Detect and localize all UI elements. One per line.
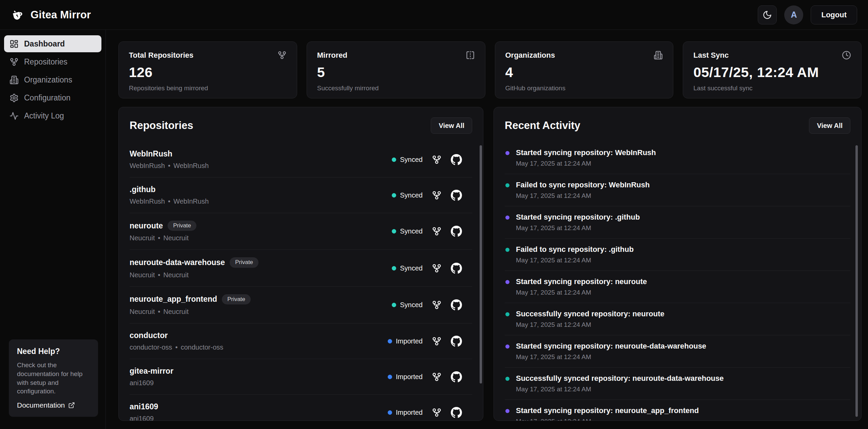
building-icon [9, 75, 19, 85]
git-fork-icon[interactable] [432, 336, 442, 346]
github-icon[interactable] [451, 263, 462, 274]
activity-view-all-button[interactable]: View All [809, 117, 850, 134]
activity-scrollbar[interactable] [855, 145, 858, 417]
gitea-logo-icon [11, 8, 25, 22]
repo-status: Imported [388, 337, 423, 345]
activity-panel-title: Recent Activity [505, 119, 580, 132]
logout-button[interactable]: Logout [811, 5, 857, 24]
activity-status-dot [505, 248, 509, 252]
sidebar: Dashboard Repositories Organizations Con… [0, 30, 106, 429]
stat-value: 126 [129, 64, 287, 80]
activity-timestamp: May 17, 2025 at 12:24 AM [516, 257, 634, 264]
repo-status: Imported [388, 409, 423, 416]
github-icon[interactable] [451, 226, 462, 237]
repo-org: Neucruit [163, 271, 189, 279]
repo-status: Synced [392, 227, 423, 235]
repo-row-neuroute-data-warehouse: neuroute-data-warehouse Private Neucruit… [130, 250, 472, 286]
git-fork-icon[interactable] [432, 226, 442, 236]
repo-name: conductor [130, 331, 168, 340]
repo-owner: Neucruit [130, 234, 155, 242]
github-icon[interactable] [451, 336, 462, 347]
avatar[interactable]: A [784, 5, 803, 24]
activity-message: Successfully synced repository: neuroute [516, 310, 664, 318]
theme-toggle-button[interactable] [758, 5, 777, 24]
repo-status: Synced [392, 156, 423, 164]
status-dot [392, 266, 396, 271]
repositories-panel-title: Repositories [130, 119, 193, 132]
repo-row-webinrush: WebInRush WebInRush • WebInRush Synced [130, 142, 472, 178]
private-badge: Private [222, 294, 251, 304]
dashboard-icon [9, 39, 19, 49]
activity-item: Successfully synced repository: neuroute… [505, 303, 850, 335]
activity-item: Started syncing repository: WebInRush Ma… [505, 142, 850, 174]
activity-status-dot [505, 377, 509, 381]
git-fork-icon[interactable] [432, 300, 442, 310]
repo-owner: ani1609 [130, 415, 154, 421]
repositories-view-all-button[interactable]: View All [431, 117, 472, 134]
activity-list: Started syncing repository: WebInRush Ma… [505, 142, 850, 421]
git-fork-icon[interactable] [432, 263, 442, 273]
github-icon[interactable] [451, 407, 462, 418]
brand: Gitea Mirror [11, 8, 91, 22]
git-fork-icon[interactable] [432, 190, 442, 200]
stat-title: Last Sync [693, 51, 729, 60]
activity-item: Started syncing repository: neuroute May… [505, 271, 850, 303]
sidebar-item-dashboard[interactable]: Dashboard [4, 35, 101, 52]
repo-name: gitea-mirror [130, 367, 173, 376]
stat-card-last-sync: Last Sync 05/17/25, 12:24 AM Last succes… [683, 41, 862, 98]
github-icon[interactable] [451, 299, 462, 311]
owner-separator: • [175, 343, 178, 351]
status-label: Synced [400, 156, 423, 164]
github-icon[interactable] [451, 154, 462, 165]
stat-value: 5 [317, 64, 475, 80]
repo-name: .github [130, 185, 156, 194]
git-fork-icon[interactable] [432, 372, 442, 382]
repo-owner-line: Neucruit • Neucruit [130, 234, 196, 242]
github-icon[interactable] [451, 371, 462, 383]
gear-icon [9, 93, 19, 102]
help-title: Need Help? [17, 347, 90, 356]
repo-status: Synced [392, 191, 423, 199]
sidebar-item-repositories[interactable]: Repositories [4, 53, 101, 70]
stat-subtitle: GitHub organizations [505, 85, 663, 92]
status-dot [392, 157, 396, 162]
repo-owner-line: WebInRush • WebInRush [130, 198, 209, 205]
activity-status-dot [505, 280, 509, 284]
sidebar-item-configuration[interactable]: Configuration [4, 89, 101, 106]
sidebar-item-label: Activity Log [24, 111, 64, 120]
repo-owner: conductor-oss [130, 343, 172, 351]
stat-card-total-repositories: Total Repositories 126 Repositories bein… [118, 41, 297, 98]
repo-row--github: .github WebInRush • WebInRush Synced [130, 178, 472, 213]
stat-title: Total Repositories [129, 51, 193, 60]
activity-item: Failed to sync repository: .github May 1… [505, 239, 850, 271]
repo-owner: Neucruit [130, 271, 155, 279]
activity-item: Started syncing repository: neuroute_app… [505, 400, 850, 421]
sidebar-item-activity-log[interactable]: Activity Log [4, 107, 101, 124]
stat-card-mirrored: Mirrored 5 Successfully mirrored [307, 41, 485, 98]
repo-owner: WebInRush [130, 198, 165, 205]
activity-timestamp: May 17, 2025 at 12:24 AM [516, 353, 706, 361]
repo-name: ani1609 [130, 402, 158, 411]
sidebar-item-organizations[interactable]: Organizations [4, 71, 101, 88]
activity-status-dot [505, 312, 509, 316]
owner-separator: • [168, 198, 170, 205]
repo-org: Neucruit [163, 308, 189, 316]
activity-message: Started syncing repository: neuroute-dat… [516, 342, 706, 351]
git-fork-icon [9, 57, 19, 67]
documentation-link[interactable]: Documentation [17, 401, 75, 409]
activity-message: Failed to sync repository: .github [516, 245, 634, 254]
status-label: Synced [400, 227, 423, 235]
activity-item: Successfully synced repository: neuroute… [505, 368, 850, 400]
github-icon[interactable] [451, 190, 462, 201]
repositories-scrollbar[interactable] [480, 145, 482, 384]
external-link-icon [68, 402, 75, 409]
repo-org: Neucruit [163, 234, 189, 242]
activity-status-dot [505, 183, 509, 187]
git-fork-icon[interactable] [432, 408, 442, 417]
status-label: Synced [400, 191, 423, 199]
git-fork-icon[interactable] [432, 155, 442, 165]
app-title: Gitea Mirror [31, 9, 91, 21]
activity-timestamp: May 17, 2025 at 12:24 AM [516, 418, 699, 421]
stat-card-organizations: Organizations 4 GitHub organizations [495, 41, 674, 98]
repo-org: conductor-oss [181, 343, 224, 351]
